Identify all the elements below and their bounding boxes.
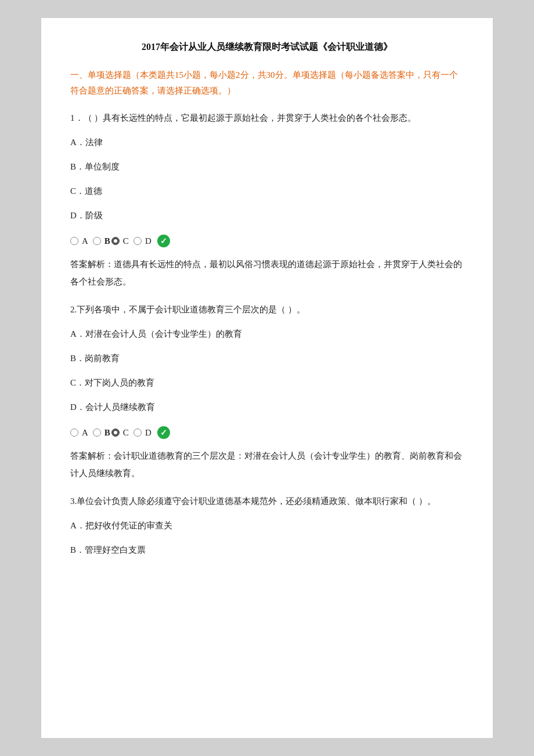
q2-text: 2.下列各项中，不属于会计职业道德教育三个层次的是（ ）。 xyxy=(70,301,464,318)
q1-option-b: B．单位制度 xyxy=(70,158,464,175)
q2-answer-row: A B C D ✓ xyxy=(70,426,464,439)
q1-text: 1．（ ）具有长远性的特点，它最初起源于原始社会，并贯穿于人类社会的各个社会形态… xyxy=(70,109,464,127)
q1-answer-row: A B C D ✓ xyxy=(70,235,464,247)
q2-radio-b-selected[interactable] xyxy=(111,429,120,437)
section1-header: 一、单项选择题（本类题共15小题，每小题2分，共30分。单项选择题（每小题备选答… xyxy=(70,67,464,99)
q1-option-a: A．法律 xyxy=(70,134,464,151)
q2-explanation: 答案解析：会计职业道德教育的三个层次是：对潜在会计人员（会计专业学生）的教育、岗… xyxy=(70,447,464,482)
q1-radio-b-empty[interactable] xyxy=(93,237,101,245)
q1-option-d: D．阶级 xyxy=(70,207,464,224)
q1-radio-b-selected[interactable] xyxy=(111,237,120,245)
page-title: 2017年会计从业人员继续教育限时考试试题《会计职业道德》 xyxy=(70,41,464,53)
q1-radio-a[interactable] xyxy=(70,237,78,245)
q2-option-d: D．会计人员继续教育 xyxy=(70,398,464,416)
page-container: 2017年会计从业人员继续教育限时考试试题《会计职业道德》 一、单项选择题（本类… xyxy=(41,17,493,739)
q2-radio-b-empty2[interactable] xyxy=(93,429,101,437)
question-1: 1．（ ）具有长远性的特点，它最初起源于原始社会，并贯穿于人类社会的各个社会形态… xyxy=(70,109,464,224)
question-2: 2.下列各项中，不属于会计职业道德教育三个层次的是（ ）。 A．对潜在会计人员（… xyxy=(70,301,464,416)
q3-option-a: A．把好收付凭证的审查关 xyxy=(70,517,464,534)
q1-option-c: C．道德 xyxy=(70,182,464,200)
question-3: 3.单位会计负责人除必须遵守会计职业道德基本规范外，还必须精通政策、做本职行家和… xyxy=(70,492,464,559)
q2-check-icon: ✓ xyxy=(157,426,170,439)
q2-option-c: C．对下岗人员的教育 xyxy=(70,374,464,391)
q2-option-b: B．岗前教育 xyxy=(70,350,464,367)
q3-text: 3.单位会计负责人除必须遵守会计职业道德基本规范外，还必须精通政策、做本职行家和… xyxy=(70,492,464,510)
q2-option-a: A．对潜在会计人员（会计专业学生）的教育 xyxy=(70,325,464,343)
q2-radio-a-empty[interactable] xyxy=(70,429,78,437)
q1-check-icon: ✓ xyxy=(157,235,170,247)
q3-option-b: B．管理好空白支票 xyxy=(70,541,464,559)
q1-radio-c[interactable] xyxy=(134,237,142,245)
q2-radio-c[interactable] xyxy=(134,429,142,437)
q1-explanation: 答案解析：道德具有长远性的特点，最初以风俗习惯表现的道德起源于原始社会，并贯穿于… xyxy=(70,255,464,290)
